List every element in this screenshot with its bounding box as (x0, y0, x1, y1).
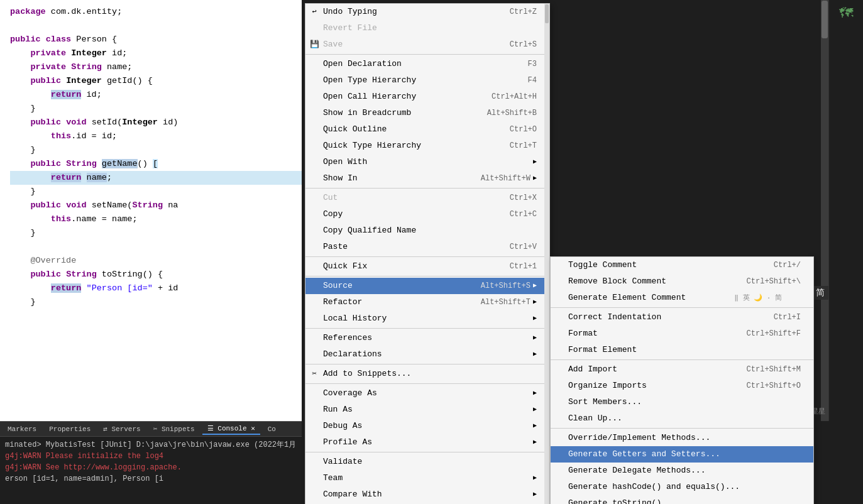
compare-with-arrow: ▶ (533, 488, 537, 501)
menu-add-import[interactable]: Add Import Ctrl+Shift+M (551, 361, 813, 378)
editor-scrollbar[interactable] (821, 0, 828, 421)
menu-cut[interactable]: Cut Ctrl+X (305, 190, 549, 206)
menu-quick-type-hierarchy-label: Quick Type Hierarchy (323, 140, 421, 152)
menu-scroll-thumb[interactable] (545, 4, 549, 23)
menu-copy[interactable]: Copy Ctrl+C (305, 206, 549, 222)
refactor-arrow: ▶ (533, 296, 537, 309)
menu-scroll-track[interactable] (544, 4, 549, 504)
menu-save-label: Save (323, 38, 343, 51)
menu-references[interactable]: References ▶ (305, 330, 549, 346)
menu-copy-qualified-name[interactable]: Copy Qualified Name (305, 222, 549, 239)
menu-source[interactable]: Source Alt+Shift+S ▶ (305, 278, 549, 294)
source-arrow: ▶ (533, 280, 537, 292)
code-line-4: private Integer id; (10, 47, 302, 60)
menu-sort-members-label: Sort Members... (568, 396, 642, 408)
menu-show-in-shortcut: Alt+Shift+W (481, 172, 530, 185)
save-icon: 💾 (308, 38, 321, 51)
ime-simplified[interactable]: 简 (816, 287, 825, 299)
code-line-14: } (10, 185, 302, 199)
local-history-arrow: ▶ (533, 312, 537, 325)
menu-team[interactable]: Team ▶ (305, 470, 549, 486)
menu-show-breadcrumb[interactable]: Show in Breadcrumb Alt+Shift+B (305, 105, 549, 121)
sep-8 (305, 452, 549, 452)
menu-local-history[interactable]: Local History ▶ (305, 310, 549, 327)
menu-compare-with-label: Compare With (323, 488, 382, 501)
menu-declarations[interactable]: Declarations ▶ (305, 346, 549, 363)
menu-override-implement[interactable]: Override/Implement Methods... (551, 430, 813, 446)
menu-show-breadcrumb-label: Show in Breadcrumb (323, 107, 411, 119)
menu-open-call-hierarchy[interactable]: Open Call Hierarchy Ctrl+Alt+H (305, 89, 549, 105)
menu-toggle-comment-shortcut: Ctrl+/ (774, 259, 801, 271)
menu-organize-imports[interactable]: Organize Imports Ctrl+Shift+O (551, 378, 813, 394)
sub-sep-1 (551, 307, 813, 308)
menu-debug-as-label: Debug As (323, 420, 362, 432)
menu-remove-block-comment[interactable]: Remove Block Comment Ctrl+Shift+\ (551, 273, 813, 290)
code-line-3: public class Person { (10, 33, 302, 47)
tab-co[interactable]: Co (263, 424, 281, 434)
menu-generate-getters-setters-label: Generate Getters and Setters... (568, 448, 720, 461)
menu-run-as[interactable]: Run As ▶ (305, 402, 549, 418)
menu-save[interactable]: 💾 Save Ctrl+S (305, 36, 549, 53)
menu-show-breadcrumb-shortcut: Alt+Shift+B (487, 107, 537, 119)
menu-sort-members[interactable]: Sort Members... (551, 394, 813, 410)
profile-as-arrow: ▶ (533, 436, 537, 449)
coverage-arrow: ▶ (533, 387, 537, 400)
menu-generate-hashcode-equals[interactable]: Generate hashCode() and equals()... (551, 479, 813, 495)
menu-undo-typing[interactable]: ↩ Undo Typing Ctrl+Z (305, 4, 549, 20)
tab-console[interactable]: ☰ Console ✕ (202, 423, 260, 435)
code-line-7: return id; (10, 88, 302, 102)
code-line-1: package com.dk.entity; (10, 5, 302, 19)
scrollbar-thumb[interactable] (822, 1, 828, 38)
menu-remove-block-comment-shortcut: Ctrl+Shift+\ (747, 275, 801, 288)
menu-generate-element-comment-label: Generate Element Comment (568, 292, 686, 304)
tab-markers[interactable]: Markers (3, 424, 41, 434)
console-line-1: minated> MybatisTest [JUnit] D:\java\jre… (5, 439, 297, 451)
menu-show-in[interactable]: Show In Alt+Shift+W ▶ (305, 170, 549, 187)
menu-coverage-as[interactable]: Coverage As ▶ (305, 385, 549, 402)
code-line-22: } (10, 295, 302, 309)
sep-2 (305, 188, 549, 189)
menu-format-shortcut: Ctrl+Shift+F (747, 327, 801, 340)
sep-6 (305, 364, 549, 364)
menu-undo-shortcut: Ctrl+Z (510, 6, 537, 18)
sep-3 (305, 256, 549, 257)
menu-generate-tostring[interactable]: Generate toString()... (551, 495, 813, 504)
menu-paste[interactable]: Paste Ctrl+V (305, 239, 549, 255)
code-line-2 (10, 19, 302, 33)
menu-open-declaration[interactable]: Open Declaration F3 (305, 56, 549, 72)
menu-validate[interactable]: Validate (305, 454, 549, 470)
menu-compare-with[interactable]: Compare With ▶ (305, 486, 549, 503)
menu-open-declaration-shortcut: F3 (528, 58, 537, 70)
menu-quick-type-hierarchy[interactable]: Quick Type Hierarchy Ctrl+T (305, 138, 549, 154)
menu-clean-up[interactable]: Clean Up... (551, 410, 813, 427)
menu-copy-qualified-name-label: Copy Qualified Name (323, 224, 416, 237)
menu-open-call-hierarchy-label: Open Call Hierarchy (323, 90, 416, 103)
menu-revert-file[interactable]: Revert File (305, 20, 549, 36)
menu-correct-indentation[interactable]: Correct Indentation Ctrl+I (551, 309, 813, 326)
code-line-17: } (10, 226, 302, 240)
menu-generate-getters-setters[interactable]: Generate Getters and Setters... (551, 446, 813, 463)
menu-open-type-hierarchy[interactable]: Open Type Hierarchy F4 (305, 72, 549, 89)
menu-generate-element-comment[interactable]: Generate Element Comment ‖ 英 🌙 · 简 (551, 290, 813, 306)
menu-toggle-comment[interactable]: Toggle Comment Ctrl+/ (551, 257, 813, 273)
tab-properties[interactable]: Properties (44, 424, 96, 434)
menu-debug-as[interactable]: Debug As ▶ (305, 418, 549, 434)
menu-refactor[interactable]: Refactor Alt+Shift+T ▶ (305, 294, 549, 310)
run-as-arrow: ▶ (533, 403, 537, 416)
menu-run-as-label: Run As (323, 403, 353, 416)
code-editor[interactable]: package com.dk.entity; public class Pers… (0, 0, 302, 421)
menu-quick-outline-shortcut: Ctrl+O (510, 123, 537, 136)
menu-open-with[interactable]: Open With ▶ (305, 154, 549, 170)
menu-format-element[interactable]: Format Element (551, 342, 813, 358)
sub-sep-2 (551, 359, 813, 360)
menu-add-snippets[interactable]: ✂ Add to Snippets... (305, 366, 549, 382)
tab-servers[interactable]: ⇄ Servers (98, 424, 145, 434)
code-line-18 (10, 240, 302, 254)
menu-quick-fix[interactable]: Quick Fix Ctrl+1 (305, 258, 549, 275)
menu-generate-delegate-methods[interactable]: Generate Delegate Methods... (551, 463, 813, 479)
tab-snippets[interactable]: ✂ Snippets (148, 424, 200, 434)
menu-quick-outline[interactable]: Quick Outline Ctrl+O (305, 121, 549, 138)
menu-format[interactable]: Format Ctrl+Shift+F (551, 326, 813, 342)
menu-profile-as[interactable]: Profile As ▶ (305, 434, 549, 451)
right-sidebar: 🗺 (828, 0, 863, 421)
